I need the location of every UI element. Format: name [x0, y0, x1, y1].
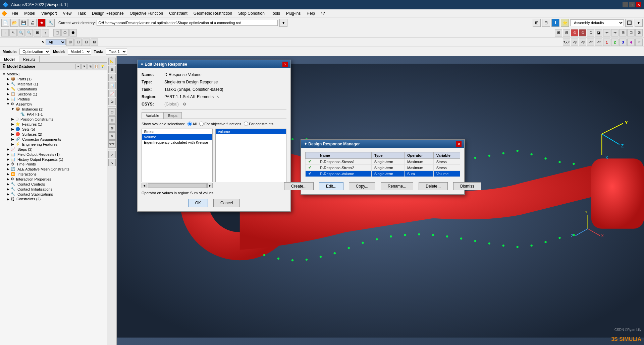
- tree-item-steps[interactable]: ▶ 📈 Steps (3): [1, 147, 106, 152]
- nav-icon-zoom2[interactable]: 🔍: [25, 29, 33, 37]
- vtb-btn-10[interactable]: ✳: [108, 132, 116, 140]
- new-button[interactable]: 📄: [1, 19, 9, 27]
- save-button[interactable]: 💾: [19, 19, 28, 27]
- nav-icon-zoom[interactable]: 🔍: [17, 29, 25, 37]
- edit-dialog-close[interactable]: ✕: [282, 62, 288, 67]
- tree-item-profiles[interactable]: ▶ 📊 Profiles: [1, 96, 106, 101]
- tree-item-field-output[interactable]: ▶ 📊 Field Output Requests (1): [1, 152, 106, 157]
- menu-task[interactable]: Task: [75, 10, 89, 16]
- edit-cancel-button[interactable]: Cancel: [213, 199, 240, 207]
- menu-cursor[interactable]: ᵏ?: [318, 10, 328, 16]
- tool-icon[interactable]: 🔧: [47, 19, 55, 27]
- tree-paste-btn[interactable]: 📋: [94, 64, 99, 69]
- vtb-btn-12[interactable]: ↗: [108, 151, 116, 158]
- tree-item-pos-constraints[interactable]: ▶ ⊞ Position Constraints: [1, 117, 106, 122]
- results-tab[interactable]: Results: [19, 56, 40, 62]
- col-name[interactable]: Name: [317, 152, 371, 159]
- tree-item-calibrations[interactable]: ▶ 📏 Calibrations: [1, 86, 106, 91]
- vtb-btn-2[interactable]: ⊞: [108, 66, 116, 73]
- csys-edit-icon[interactable]: ⚙: [183, 102, 186, 107]
- tree-down-btn[interactable]: ▼: [82, 64, 87, 69]
- tb3-icon1[interactable]: ⊞: [66, 39, 74, 46]
- menu-tools[interactable]: Tools: [268, 10, 283, 16]
- toolbar-star[interactable]: ⭐: [561, 19, 569, 27]
- col-variable[interactable]: Variable: [433, 152, 460, 159]
- open-button[interactable]: 📂: [10, 19, 18, 27]
- tree-item-constraints[interactable]: ▶ ⛓ Constraints (2): [1, 197, 106, 201]
- coord-xyz4[interactable]: ↗z: [587, 39, 594, 46]
- list-scroll-right[interactable]: ▶: [207, 183, 213, 188]
- tree-item-sets[interactable]: ▶ 🔵 Sets (5): [1, 127, 106, 132]
- tb3-icon2[interactable]: ⊟: [74, 39, 82, 46]
- close-button[interactable]: ✕: [636, 2, 641, 7]
- right-tb-4[interactable]: ⊙: [579, 29, 586, 37]
- col-type[interactable]: Type: [371, 152, 404, 159]
- tree-item-part11[interactable]: 🔩 PART-1-1: [1, 112, 106, 117]
- col-operator[interactable]: Operator: [405, 152, 434, 159]
- coord-xyz5[interactable]: ↗z: [595, 39, 602, 46]
- tree-item-surfaces[interactable]: ▶ 🔴 Surfaces (2): [1, 132, 106, 137]
- vtb-btn-7[interactable]: ⊡: [108, 108, 116, 116]
- tree-item-history[interactable]: ▶ 📊 History Output Requests (1): [1, 157, 106, 162]
- menu-model[interactable]: Model: [21, 10, 38, 16]
- view-icon-3[interactable]: ⬢: [69, 29, 77, 37]
- coord-star[interactable]: ✳: [635, 39, 643, 46]
- tree-item-materials[interactable]: ▶ 🔧 Materials (1): [1, 81, 106, 86]
- coord-xyz2[interactable]: ↗y: [571, 39, 578, 46]
- list-item-stress[interactable]: Stress: [142, 129, 212, 134]
- selected-list[interactable]: Volume: [215, 129, 286, 182]
- vtb-btn-5[interactable]: 📈: [108, 90, 116, 97]
- right-tb-undo[interactable]: ↩: [603, 29, 610, 37]
- browse-button[interactable]: ▼: [279, 19, 287, 27]
- right-tb-redo[interactable]: ↪: [611, 29, 619, 37]
- manager-row-3[interactable]: ✔ D-Response-Volume Single-term Sum Volu…: [306, 171, 460, 177]
- right-tb-5[interactable]: ⊙: [587, 29, 594, 37]
- menu-constraint[interactable]: Constraint: [166, 10, 190, 16]
- tree-item-int-props[interactable]: ▶ ⚙ Interaction Properties: [1, 177, 106, 182]
- list-hscrollbar[interactable]: [148, 183, 207, 188]
- tree-copy-btn[interactable]: ⎘: [88, 64, 93, 69]
- toolbar-align[interactable]: ⊟: [542, 19, 550, 27]
- manager-delete-button[interactable]: Delete...: [419, 182, 448, 190]
- radio-con[interactable]: [244, 122, 248, 126]
- assembly-btn3[interactable]: ▼: [635, 19, 643, 27]
- red-tool[interactable]: ★: [38, 19, 46, 27]
- minimize-button[interactable]: ─: [623, 2, 628, 7]
- tree-info-btn[interactable]: 💡: [100, 64, 105, 69]
- nav-icon-fit[interactable]: ⊞: [34, 29, 41, 37]
- right-tb-9[interactable]: ⊠: [635, 29, 643, 37]
- vtb-btn-11[interactable]: XYZ: [108, 140, 116, 148]
- tree-item-ale[interactable]: ▶ 🔄 ALE Adaptive Mesh Constraints: [1, 166, 106, 171]
- right-tb-3[interactable]: ⊙: [571, 29, 578, 37]
- tree-item-features[interactable]: ▶ ⭐ Features (1): [1, 122, 106, 127]
- coord-num4[interactable]: 4: [627, 39, 635, 46]
- selected-item-volume[interactable]: Volume: [216, 129, 286, 134]
- tree-item-model1[interactable]: ▼ Model-1: [1, 72, 106, 76]
- available-list[interactable]: Stress Volume Eigenfrequency calculated …: [142, 129, 213, 182]
- coord-num1[interactable]: 1: [603, 39, 610, 46]
- edit-ok-button[interactable]: OK: [188, 199, 208, 207]
- coord-num2[interactable]: 2: [611, 39, 619, 46]
- right-tb-8[interactable]: ⊡: [627, 29, 635, 37]
- menu-plugins[interactable]: Plug-ins: [283, 10, 303, 16]
- manager-row-1[interactable]: ✔ D-Response-Stesss1 Single-term Maximum…: [306, 159, 460, 165]
- manager-edit-button[interactable]: Edit...: [319, 182, 343, 190]
- menu-viewport[interactable]: Viewport: [39, 10, 59, 16]
- tree-item-assembly[interactable]: ▼ ⚙ Assembly: [1, 101, 106, 107]
- coord-xyz3[interactable]: ↗y: [579, 39, 586, 46]
- manager-close-button[interactable]: ✕: [456, 141, 462, 147]
- manager-dismiss-button[interactable]: Dismiss: [453, 182, 481, 190]
- vtb-btn-1[interactable]: 📐: [108, 58, 116, 65]
- tb3-icon3[interactable]: ⊡: [83, 39, 90, 46]
- tree-item-contact-stab[interactable]: ▶ 🔧 Contact Stabilizations: [1, 192, 106, 197]
- tree-item-time-points[interactable]: ▶ ⏱ Time Points: [1, 162, 106, 166]
- maximize-button[interactable]: □: [629, 2, 635, 7]
- radio-all[interactable]: [187, 122, 192, 126]
- vtb-btn-4[interactable]: 📊: [108, 82, 116, 89]
- right-tb-1[interactable]: ⊞: [555, 29, 562, 37]
- dir-path-input[interactable]: [97, 20, 278, 26]
- tree-item-contact-controls[interactable]: ▶ 🔧 Contact Controls: [1, 182, 106, 187]
- right-tb-2[interactable]: ⊟: [563, 29, 570, 37]
- model-select[interactable]: Model-1: [68, 49, 91, 55]
- tab-variable[interactable]: Variable: [142, 112, 164, 119]
